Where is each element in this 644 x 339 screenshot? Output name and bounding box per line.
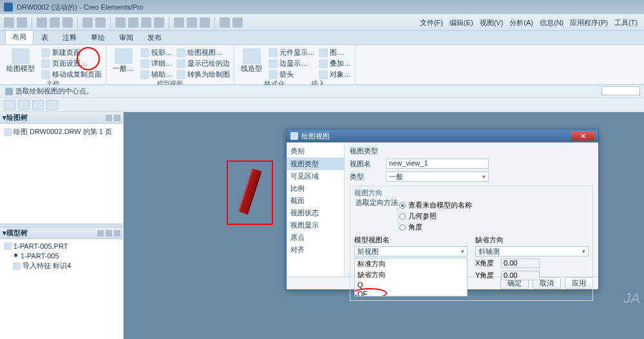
- icon: [176, 70, 185, 79]
- mini-btn[interactable]: [18, 100, 30, 110]
- tab-review[interactable]: 审阅: [113, 31, 140, 44]
- x-angle-input[interactable]: 0.00: [501, 258, 540, 268]
- model-view-select[interactable]: 前视图: [354, 246, 468, 257]
- line-style-button[interactable]: 线造型: [238, 47, 265, 75]
- model-tree[interactable]: 1-PART-005.PRT ✷1-PART-005 导入特征 标识4: [0, 239, 123, 339]
- qat-icon[interactable]: [154, 17, 164, 28]
- qat-icon[interactable]: [220, 17, 230, 28]
- info-text: 选取绘制视图的中心点。: [15, 86, 93, 96]
- menu-info[interactable]: 信息(N): [540, 18, 564, 28]
- mini-btn[interactable]: [32, 100, 44, 110]
- move-copy-page-button[interactable]: 移动或复制页面: [41, 70, 102, 79]
- category-item[interactable]: 可见区域: [287, 170, 344, 182]
- view-type-select[interactable]: 一般: [386, 171, 489, 182]
- show-edges-button[interactable]: 显示已绘的边: [176, 59, 230, 68]
- view-name-input[interactable]: new_view_1: [386, 159, 489, 169]
- label: 辅助…: [151, 70, 173, 79]
- new-page-button[interactable]: 新建页面: [41, 48, 102, 57]
- panel-tool[interactable]: [114, 115, 120, 121]
- qat-icon[interactable]: [62, 17, 73, 28]
- category-item[interactable]: 截面: [287, 195, 344, 207]
- detail-button[interactable]: 详细…: [140, 59, 173, 68]
- window-title: DRW0002 (活动的) - Creo Elements/Pro: [17, 3, 144, 12]
- auxiliary-button[interactable]: 辅助…: [140, 70, 173, 79]
- tab-sketch[interactable]: 草绘: [84, 31, 111, 44]
- convert-button[interactable]: 转换为绘制图: [176, 70, 230, 79]
- dialog-titlebar[interactable]: 绘图视图 ✕: [287, 130, 598, 142]
- qat-icon[interactable]: [37, 17, 47, 28]
- panel-tool[interactable]: [106, 230, 112, 237]
- menu-edit[interactable]: 编辑(E): [450, 18, 473, 28]
- panel-tool[interactable]: [106, 115, 112, 121]
- general-view-button[interactable]: 一般…: [110, 47, 137, 75]
- category-item[interactable]: 视图显示: [287, 219, 344, 231]
- object-button[interactable]: 对象…: [319, 70, 351, 79]
- arrow-button[interactable]: 箭头: [269, 70, 315, 79]
- tab-layout[interactable]: 布局: [5, 30, 33, 44]
- comp-display-button[interactable]: 元件显示…: [269, 48, 315, 57]
- tab-publish[interactable]: 发布: [141, 31, 168, 44]
- qat-icon[interactable]: [141, 17, 151, 28]
- menu-analysis[interactable]: 分析(A): [509, 18, 533, 28]
- close-button[interactable]: ✕: [571, 131, 594, 140]
- menu-view[interactable]: 视图(V): [480, 18, 504, 28]
- radio-icon: [399, 224, 406, 231]
- drawing-view-button[interactable]: 绘图视图…: [176, 48, 230, 57]
- tree-node[interactable]: 绘图 DRW0002.DRW 的第 1 页: [4, 126, 119, 137]
- qat-icon[interactable]: [115, 17, 126, 28]
- model-view-list[interactable]: 标准方向 缺省方向 Q QE 前视图: [354, 258, 468, 296]
- orient-method-label: 选取定向方法: [355, 198, 398, 208]
- orient-radio-angle[interactable]: 角度: [399, 222, 589, 233]
- qat-icon[interactable]: [17, 17, 27, 28]
- tab-annotate[interactable]: 注释: [56, 31, 83, 44]
- tree-node[interactable]: ✷1-PART-005: [4, 251, 119, 260]
- projection-button[interactable]: 投影...: [140, 48, 173, 57]
- list-item[interactable]: 缺省方向: [355, 269, 467, 280]
- label: 缺省方向: [475, 235, 589, 245]
- tree-node[interactable]: 1-PART-005.PRT: [4, 242, 119, 251]
- qat-icon[interactable]: [200, 17, 210, 28]
- qat-icon[interactable]: [50, 17, 60, 28]
- menu-app[interactable]: 应用程序(P): [570, 18, 608, 28]
- qat-icon[interactable]: [232, 17, 243, 28]
- orient-radio-geom[interactable]: 几何参照: [399, 211, 589, 222]
- default-orient-select[interactable]: 斜轴测: [475, 246, 589, 257]
- mini-btn[interactable]: [46, 100, 58, 110]
- qat-icon[interactable]: [187, 17, 197, 28]
- category-item[interactable]: 比例: [287, 182, 344, 195]
- orient-radio-names[interactable]: 查看来自模型的名称: [399, 200, 589, 211]
- qat-icon[interactable]: [4, 17, 14, 28]
- qat-icon[interactable]: [128, 17, 138, 28]
- overlay-button[interactable]: 叠加…: [319, 59, 351, 68]
- y-angle-input[interactable]: 0.00: [501, 271, 540, 280]
- list-item[interactable]: 标准方向: [355, 258, 467, 269]
- menu-file[interactable]: 文件(F): [420, 18, 443, 28]
- list-item[interactable]: Q: [355, 280, 467, 289]
- category-item-viewtype[interactable]: 视图类型: [287, 158, 344, 170]
- tab-table[interactable]: 表: [35, 31, 55, 44]
- qat-icon[interactable]: [174, 17, 184, 28]
- icon: [319, 70, 328, 79]
- drawing-model-button[interactable]: 绘图模型: [4, 47, 37, 75]
- category-item[interactable]: 对齐: [287, 244, 344, 256]
- drawing-tree[interactable]: 绘图 DRW0002.DRW 的第 1 页: [0, 124, 123, 224]
- label: 绘图树: [6, 113, 28, 122]
- tree-node[interactable]: 导入特征 标识4: [4, 260, 119, 271]
- qat-icon[interactable]: [95, 17, 106, 28]
- page-setup-icon: [41, 59, 50, 68]
- search-input[interactable]: [601, 86, 640, 95]
- page-setup-button[interactable]: 页面设置…: [41, 59, 102, 68]
- pic-button[interactable]: 图…: [319, 48, 351, 57]
- menu-tools[interactable]: 工具(T): [614, 18, 638, 28]
- category-item[interactable]: 视图状态: [287, 207, 344, 219]
- list-item[interactable]: QE: [355, 289, 467, 296]
- move-copy-icon: [41, 70, 50, 79]
- category-item[interactable]: 原点: [287, 231, 344, 244]
- ribbon-group-document: 绘图模型 新建页面 页面设置… 移动或复制页面 文档: [0, 45, 106, 84]
- panel-tool[interactable]: [97, 230, 104, 237]
- edge-display-button[interactable]: 边显示…: [269, 59, 315, 68]
- title-bar: DRW0002 (活动的) - Creo Elements/Pro: [0, 0, 644, 14]
- panel-tool[interactable]: [114, 230, 120, 237]
- qat-icon[interactable]: [82, 17, 93, 28]
- mini-btn[interactable]: [4, 100, 15, 110]
